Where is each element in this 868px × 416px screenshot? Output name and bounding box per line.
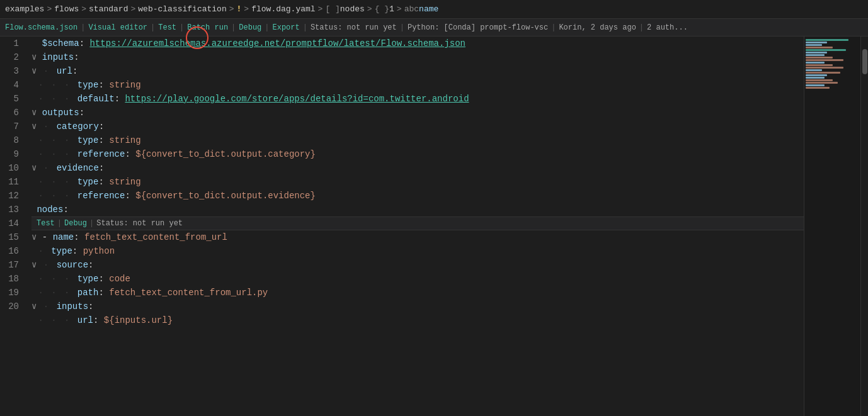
breadcrumb-examples[interactable]: examples [5, 4, 44, 14]
breadcrumb-sep-5: > [244, 4, 249, 14]
collapse-category[interactable]: ∨ [31, 120, 37, 133]
code-line-3: ∨ · url : [31, 64, 804, 78]
toolbar-export[interactable]: Export [273, 23, 300, 32]
code-line-19: ∨ · inputs : [31, 300, 804, 313]
token-url-key-2: url [77, 313, 93, 327]
token-default-url[interactable]: https://play.google.com/store/apps/detai… [125, 92, 469, 106]
editor: 1 2 3 4 5 6 7 8 9 10 11 12 13 14 15 16 1… [0, 37, 868, 416]
panel-sep-1: | [57, 216, 62, 230]
token-ref-1: ${convert_to_dict.output.category} [135, 147, 316, 161]
breadcrumb-sep-2: > [81, 4, 86, 14]
token-code-value: code [109, 272, 130, 286]
toolbar-author: Korin, 2 days ago [559, 23, 636, 32]
breadcrumb-sep-7: > [367, 4, 372, 14]
minimap-line-13 [806, 69, 822, 71]
breadcrumb-flows[interactable]: flows [54, 4, 79, 14]
breadcrumb: examples > flows > standard > web-classi… [0, 0, 868, 19]
collapse-outputs[interactable]: ∨ [31, 106, 37, 120]
token-default-key: default [77, 92, 115, 106]
breadcrumb-obj-icon: { } [375, 4, 389, 14]
panel-sep-2: | [89, 216, 94, 230]
minimap-line-11 [806, 64, 833, 66]
collapse-node-1[interactable]: ∨ [31, 230, 37, 244]
token-evidence-key: evidence [57, 161, 99, 175]
toolbar-batch-run[interactable]: Batch run [187, 23, 228, 32]
line-num-9: 9 [0, 147, 26, 161]
code-line-1: $schema : https://azuremlschemas.azureed… [31, 37, 804, 50]
code-line-16: ∨ · source : [31, 258, 804, 272]
minimap-line-7 [806, 54, 825, 56]
minimap-line-1 [806, 39, 848, 41]
toolbar: Flow.schema.json | Visual editor | Test … [0, 19, 868, 37]
scrollbar-track[interactable] [860, 37, 868, 416]
token-python-value: python [83, 244, 115, 258]
minimap-content [804, 37, 860, 92]
token-node-name: fetch_text_content_from_url [84, 230, 227, 244]
minimap-line-16 [806, 77, 825, 79]
panel-test[interactable]: Test [37, 216, 55, 230]
code-line-5: · · · default : https://play.google.com/… [31, 92, 804, 106]
line-num-3: 3 [0, 64, 26, 78]
collapse-evidence[interactable]: ∨ [31, 161, 37, 175]
minimap-line-3 [806, 44, 822, 46]
toolbar-visual-editor[interactable]: Visual editor [88, 23, 147, 32]
minimap-line-14 [806, 72, 840, 74]
breadcrumb-warning-icon: ! [237, 4, 242, 14]
code-line-14: ∨ - name : fetch_text_content_from_url [31, 230, 804, 244]
breadcrumb-sep-6: > [318, 4, 323, 14]
panel-status: Status: not run yet [96, 216, 183, 230]
toolbar-schema[interactable]: Flow.schema.json [5, 23, 77, 32]
toolbar-status: Status: not run yet [311, 23, 397, 32]
token-schema-key: $schema [31, 37, 79, 50]
line-num-13: 13 [0, 203, 26, 216]
token-inputs-key-2: inputs [57, 300, 88, 313]
token-nodes-key: nodes [37, 203, 63, 216]
breadcrumb-array-icon: [ ] [325, 4, 340, 14]
toolbar-sep-8: | [551, 23, 556, 32]
line-num-12: 12 [0, 189, 26, 203]
token-type-key-4: type [51, 244, 72, 258]
line-num-17: 17 [0, 258, 26, 272]
collapse-source[interactable]: ∨ [31, 258, 37, 272]
collapse-node-inputs[interactable]: ∨ [31, 300, 37, 313]
token-source-key: source [57, 258, 88, 272]
line-num-18: 18 [0, 272, 26, 286]
panel-debug[interactable]: Debug [64, 216, 87, 230]
breadcrumb-sep-3: > [130, 4, 135, 14]
collapse-url[interactable]: ∨ [31, 64, 37, 78]
token-string-1: string [109, 78, 140, 92]
breadcrumb-nodes[interactable]: nodes [340, 4, 365, 14]
code-line-6: ∨ outputs : [31, 106, 804, 120]
toolbar-sep-4: | [231, 23, 236, 32]
code-line-11: · · · type : string [31, 175, 804, 189]
toolbar-sep-7: | [400, 23, 404, 32]
token-ref-2: ${convert_to_dict.output.evidence} [135, 189, 316, 203]
breadcrumb-standard[interactable]: standard [89, 4, 128, 14]
collapse-inputs[interactable]: ∨ [31, 50, 37, 64]
breadcrumb-sep-8: > [397, 4, 402, 14]
toolbar-sep-3: | [180, 23, 184, 32]
toolbar-sep-2: | [151, 23, 155, 32]
scrollbar-thumb[interactable] [862, 49, 867, 74]
minimap-line-20 [806, 87, 830, 89]
token-category-key: category [57, 120, 99, 133]
minimap-line-6 [806, 52, 827, 53]
token-string-2: string [109, 133, 140, 147]
toolbar-auth: 2 auth... [647, 23, 688, 32]
code-line-12: · · · reference : ${convert_to_dict.outp… [31, 189, 804, 203]
minimap-line-9 [806, 59, 843, 61]
toolbar-test[interactable]: Test [158, 23, 176, 32]
code-line-7: ∨ · category : [31, 120, 804, 133]
breadcrumb-yaml[interactable]: flow.dag.yaml [251, 4, 315, 14]
minimap-line-2 [806, 42, 827, 43]
breadcrumb-sep-1: > [47, 4, 52, 14]
breadcrumb-web-classification[interactable]: web-classification [138, 4, 226, 14]
minimap-line-10 [806, 62, 825, 64]
token-dash: - [42, 230, 47, 244]
minimap-line-18 [806, 82, 838, 84]
token-path-key: path [77, 286, 99, 300]
token-schema-url[interactable]: https://azuremlschemas.azureedge.net/pro… [89, 37, 465, 50]
line-num-2: 2 [0, 50, 26, 64]
minimap-line-17 [806, 79, 833, 81]
toolbar-debug[interactable]: Debug [239, 23, 261, 32]
